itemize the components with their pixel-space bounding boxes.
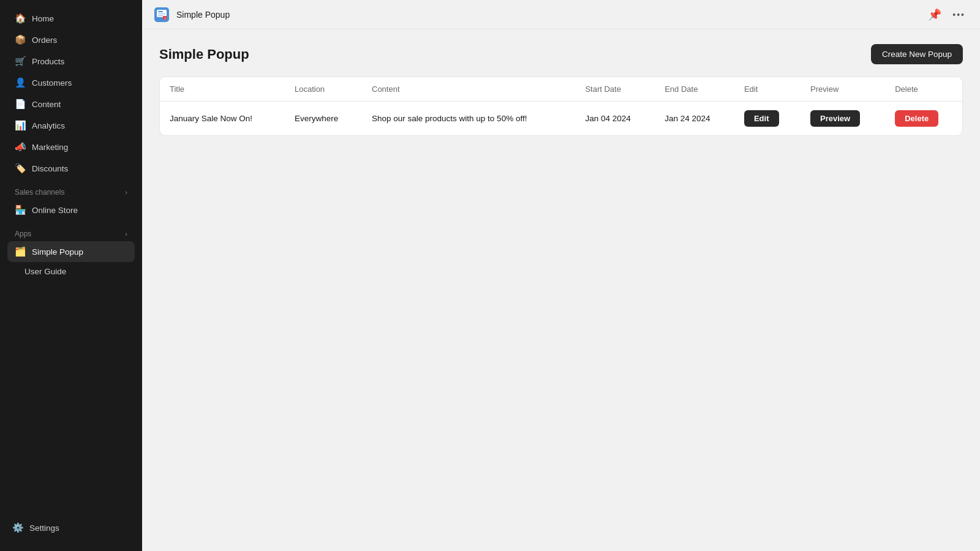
sidebar-item-label: Online Store <box>32 206 78 215</box>
sidebar-item-content[interactable]: 📄 Content <box>7 94 135 114</box>
sidebar-item-label: Content <box>32 100 61 109</box>
svg-rect-2 <box>158 11 163 12</box>
svg-rect-4 <box>158 15 163 17</box>
apps-chevron: › <box>125 230 127 238</box>
page-header: Simple Popup Create New Popup <box>159 44 963 64</box>
sales-channels-chevron: › <box>125 189 127 196</box>
cell-start-date: Jan 04 2024 <box>575 102 655 136</box>
page-content: Simple Popup Create New Popup Title Loca… <box>142 29 980 551</box>
sidebar-item-simple-popup[interactable]: 🗂️ Simple Popup <box>7 241 135 262</box>
sidebar-item-label: Simple Popup <box>32 247 83 257</box>
popup-table: Title Location Content Start Date End Da… <box>160 77 962 135</box>
sidebar-bottom: ⚙️ Settings <box>0 512 142 544</box>
cell-delete: Delete <box>885 102 962 136</box>
cell-title: January Sale Now On! <box>160 102 285 136</box>
orders-icon: 📦 <box>15 34 26 45</box>
analytics-icon: 📊 <box>15 120 26 131</box>
sidebar-item-marketing[interactable]: 📣 Marketing <box>7 137 135 157</box>
sidebar-item-label: Orders <box>32 36 57 45</box>
delete-button[interactable]: Delete <box>895 110 938 127</box>
sales-channels-section: Sales channels › <box>5 179 137 199</box>
pin-button[interactable]: 📌 <box>925 6 944 24</box>
more-icon: ••• <box>952 10 965 20</box>
sidebar-item-label: Customers <box>32 78 72 88</box>
sidebar-nav: 🏠 Home 📦 Orders 🛒 Products 👤 Customers 📄… <box>0 0 142 286</box>
online-store-icon: 🏪 <box>15 204 26 216</box>
sidebar-item-orders[interactable]: 📦 Orders <box>7 29 135 50</box>
products-icon: 🛒 <box>15 56 26 67</box>
table-body: January Sale Now On! Everywhere Shop our… <box>160 102 962 136</box>
cell-location: Everywhere <box>285 102 362 136</box>
sidebar-item-products[interactable]: 🛒 Products <box>7 51 135 72</box>
col-start-date: Start Date <box>575 77 655 102</box>
table-header-row: Title Location Content Start Date End Da… <box>160 77 962 102</box>
sidebar-item-label: Products <box>32 57 64 66</box>
edit-button[interactable]: Edit <box>744 110 779 127</box>
home-icon: 🏠 <box>15 13 26 24</box>
sidebar-item-label: Marketing <box>32 143 68 152</box>
col-edit: Edit <box>734 77 801 102</box>
sidebar-item-settings[interactable]: ⚙️ Settings <box>5 517 137 538</box>
customers-icon: 👤 <box>15 77 26 88</box>
sidebar: 🏠 Home 📦 Orders 🛒 Products 👤 Customers 📄… <box>0 0 142 551</box>
cell-edit: Edit <box>734 102 801 136</box>
app-icon: ! <box>154 7 169 22</box>
sidebar-item-label: User Guide <box>24 267 66 276</box>
topbar: ! Simple Popup 📌 ••• <box>142 0 980 29</box>
content-icon: 📄 <box>15 99 26 110</box>
settings-icon: ⚙️ <box>12 522 23 533</box>
table-row: January Sale Now On! Everywhere Shop our… <box>160 102 962 136</box>
sidebar-item-label: Home <box>32 14 54 23</box>
more-button[interactable]: ••• <box>950 7 968 22</box>
sidebar-item-customers[interactable]: 👤 Customers <box>7 72 135 93</box>
sales-channels-label: Sales channels <box>15 188 64 197</box>
col-title: Title <box>160 77 285 102</box>
apps-label: Apps <box>15 230 31 238</box>
pin-icon: 📌 <box>928 8 941 21</box>
sidebar-item-label: Analytics <box>32 121 65 130</box>
col-preview: Preview <box>801 77 885 102</box>
marketing-icon: 📣 <box>15 141 26 152</box>
svg-rect-3 <box>158 13 165 15</box>
sidebar-item-label: Discounts <box>32 164 68 173</box>
main-area: ! Simple Popup 📌 ••• Simple Popup Create… <box>142 0 980 551</box>
sidebar-item-analytics[interactable]: 📊 Analytics <box>7 115 135 136</box>
preview-button[interactable]: Preview <box>810 110 860 127</box>
settings-label: Settings <box>29 523 59 533</box>
col-location: Location <box>285 77 362 102</box>
discounts-icon: 🏷️ <box>15 163 26 174</box>
col-delete: Delete <box>885 77 962 102</box>
topbar-title: Simple Popup <box>176 10 918 20</box>
sidebar-item-home[interactable]: 🏠 Home <box>7 8 135 29</box>
col-content: Content <box>362 77 575 102</box>
cell-end-date: Jan 24 2024 <box>655 102 734 136</box>
cell-preview: Preview <box>801 102 885 136</box>
sidebar-item-user-guide[interactable]: User Guide <box>7 263 135 280</box>
sidebar-item-discounts[interactable]: 🏷️ Discounts <box>7 158 135 179</box>
simple-popup-icon: 🗂️ <box>15 246 26 257</box>
table-header: Title Location Content Start Date End Da… <box>160 77 962 102</box>
topbar-actions: 📌 ••• <box>925 6 968 24</box>
popup-table-container: Title Location Content Start Date End Da… <box>159 77 963 136</box>
apps-section: Apps › <box>5 221 137 241</box>
sidebar-item-online-store[interactable]: 🏪 Online Store <box>7 200 135 220</box>
page-title: Simple Popup <box>159 47 249 62</box>
col-end-date: End Date <box>655 77 734 102</box>
cell-content: Shop our sale products with up to 50% of… <box>362 102 575 136</box>
create-popup-button[interactable]: Create New Popup <box>871 44 963 64</box>
